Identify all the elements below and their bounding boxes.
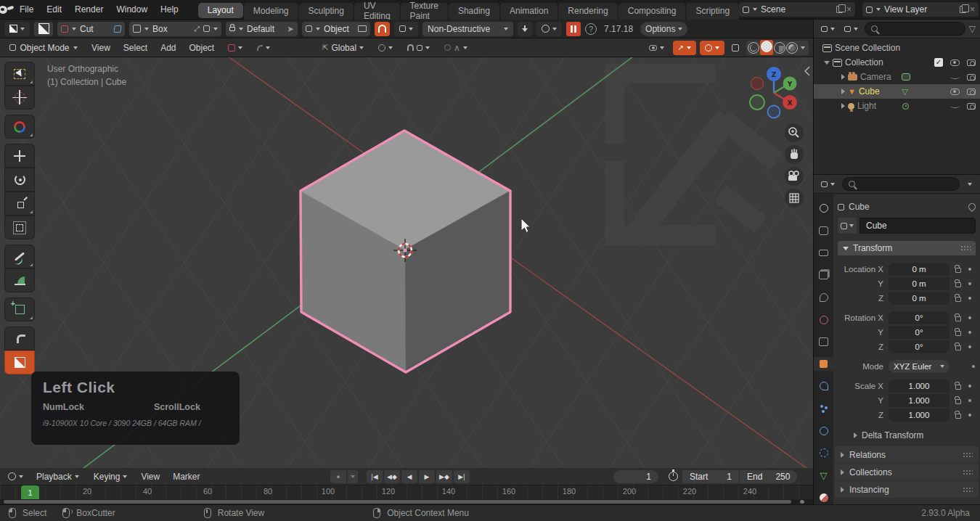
rotation-z-field[interactable]: 0° bbox=[889, 340, 950, 353]
cut-operation-icon[interactable] bbox=[113, 25, 121, 33]
display-icon[interactable] bbox=[358, 25, 367, 32]
outliner-row-light[interactable]: Light bbox=[814, 99, 980, 113]
cut-shape-icon[interactable] bbox=[61, 25, 68, 33]
expand-arrow-icon[interactable] bbox=[841, 103, 845, 109]
play-reverse-button[interactable]: ◀ bbox=[401, 470, 417, 483]
record-options-dropdown[interactable] bbox=[348, 470, 358, 483]
scale-y-field[interactable]: 1.000 bbox=[889, 394, 950, 407]
mode-dropdown[interactable]: Object Mode bbox=[4, 41, 83, 55]
panel-instancing[interactable]: Instancing bbox=[835, 481, 979, 498]
disable-render-icon[interactable] bbox=[967, 74, 976, 81]
properties-editor-dropdown[interactable] bbox=[818, 177, 838, 191]
xray-toggle[interactable] bbox=[728, 41, 743, 55]
orthographic-grid-button[interactable] bbox=[785, 189, 804, 208]
lock-icon[interactable] bbox=[955, 385, 961, 390]
tab-object-data[interactable]: ▽ bbox=[814, 469, 833, 483]
tool-annotate[interactable] bbox=[4, 245, 35, 268]
outliner-search-input[interactable] bbox=[865, 22, 965, 36]
current-frame-marker[interactable]: 1 bbox=[21, 485, 39, 500]
drag-handle-icon[interactable] bbox=[963, 452, 973, 458]
breadcrumb-object-name[interactable]: Cube bbox=[849, 202, 870, 212]
axis-minus-z[interactable] bbox=[768, 106, 780, 118]
tab-modifiers[interactable] bbox=[814, 380, 833, 393]
lock-icon[interactable] bbox=[229, 27, 235, 31]
tab-animation[interactable]: Animation bbox=[500, 3, 558, 20]
scene-selector[interactable]: Scene × bbox=[739, 2, 855, 17]
outliner-row-cube[interactable]: ▼ Cube ▽ bbox=[814, 84, 980, 99]
hardops-helper-dropdown[interactable] bbox=[223, 41, 248, 55]
origin-icon[interactable] bbox=[203, 25, 210, 32]
tab-object[interactable] bbox=[814, 357, 833, 371]
expand-arrow-icon[interactable] bbox=[841, 89, 845, 94]
use-preview-range-toggle[interactable] bbox=[665, 470, 682, 483]
zoom-button[interactable] bbox=[785, 123, 804, 142]
tab-physics[interactable] bbox=[814, 424, 833, 438]
collection-checkbox[interactable]: ✓ bbox=[934, 58, 943, 67]
tab-compositing[interactable]: Compositing bbox=[618, 3, 686, 20]
navigation-gizmo[interactable]: Z Y X bbox=[750, 67, 797, 118]
lock-icon[interactable] bbox=[955, 331, 961, 336]
tool-add-cube[interactable] bbox=[4, 298, 35, 321]
drag-handle-icon[interactable] bbox=[963, 487, 973, 493]
tool-move[interactable] bbox=[4, 144, 35, 168]
tool-fallback-dropdown[interactable] bbox=[4, 22, 30, 36]
animate-dot-icon[interactable] bbox=[968, 399, 971, 402]
axis-minus-y[interactable] bbox=[750, 95, 764, 110]
outliner-restriction-dropdown[interactable] bbox=[841, 22, 861, 36]
location-z-field[interactable]: 0 m bbox=[889, 292, 950, 305]
lock-icon[interactable] bbox=[955, 399, 961, 404]
shading-rendered-button[interactable] bbox=[786, 42, 798, 54]
hidden-eye-icon[interactable] bbox=[950, 75, 960, 79]
lock-icon[interactable] bbox=[955, 345, 961, 350]
snap-group[interactable] bbox=[402, 41, 435, 55]
outliner-row-scene-collection[interactable]: Scene Collection bbox=[814, 41, 980, 55]
jump-to-start-button[interactable]: |◀ bbox=[367, 470, 383, 483]
tab-tool[interactable] bbox=[814, 202, 833, 216]
menu-object[interactable]: Object bbox=[185, 43, 219, 53]
camera-data-icon[interactable] bbox=[902, 73, 910, 81]
snap-magnet-toggle[interactable] bbox=[375, 22, 390, 36]
drag-handle-icon[interactable] bbox=[963, 469, 973, 475]
timeline-scrollbar[interactable] bbox=[0, 499, 813, 504]
tool-select-box[interactable] bbox=[4, 62, 35, 86]
animate-dot-icon[interactable] bbox=[968, 282, 971, 285]
orientation-dropdown[interactable]: ⇱Global bbox=[317, 41, 369, 55]
disable-render-icon[interactable] bbox=[967, 60, 976, 66]
animate-dot-icon[interactable] bbox=[968, 331, 971, 334]
tab-material[interactable] bbox=[814, 491, 833, 504]
scale-x-field[interactable]: 1.000 bbox=[889, 380, 950, 393]
axis-minus-x[interactable] bbox=[751, 78, 764, 90]
tab-output[interactable] bbox=[814, 246, 833, 260]
prev-keyframe-button[interactable]: ◀◆ bbox=[384, 470, 400, 483]
menu-file[interactable]: File bbox=[13, 0, 40, 20]
lock-icon[interactable] bbox=[955, 282, 961, 287]
tool-boxcutter-active[interactable] bbox=[4, 350, 35, 374]
object-field[interactable]: Object bbox=[324, 24, 354, 34]
object-name-field[interactable]: Cube bbox=[859, 218, 976, 234]
shading-solid-button[interactable] bbox=[760, 40, 773, 55]
expand-arrow-icon[interactable] bbox=[824, 61, 830, 65]
show-objects-dropdown[interactable] bbox=[644, 41, 669, 55]
shape-field[interactable]: Box bbox=[152, 24, 190, 34]
rotation-mode-dropdown[interactable]: XYZ Euler bbox=[889, 360, 950, 373]
properties-search-input[interactable] bbox=[842, 177, 960, 191]
show-gizmo-toggle[interactable]: ↗ bbox=[673, 41, 696, 55]
pivot-point-dropdown[interactable] bbox=[373, 41, 398, 55]
close-icon[interactable]: × bbox=[846, 4, 852, 15]
collapse-panel-arrow[interactable] bbox=[805, 67, 809, 75]
keying-menu[interactable]: Keying bbox=[89, 469, 133, 484]
properties-filter-dropdown[interactable] bbox=[964, 177, 976, 191]
animate-dot-icon[interactable] bbox=[968, 345, 971, 348]
scrollbar-thumb[interactable] bbox=[4, 500, 791, 504]
menu-add[interactable]: Add bbox=[156, 43, 180, 53]
disable-render-icon[interactable] bbox=[967, 103, 976, 110]
close-icon[interactable]: × bbox=[970, 4, 975, 15]
dimensions-icon[interactable]: ⤢ bbox=[194, 25, 200, 33]
pause-button[interactable] bbox=[566, 22, 581, 36]
tab-uv-editing[interactable]: UV Editing bbox=[354, 3, 400, 20]
workspace-field[interactable]: Default bbox=[247, 24, 283, 34]
menu-help[interactable]: Help bbox=[154, 0, 185, 20]
new-scene-icon[interactable] bbox=[836, 6, 843, 13]
jump-to-end-button[interactable]: ▶| bbox=[454, 470, 470, 483]
mesh-data-icon[interactable]: ▽ bbox=[902, 88, 908, 96]
